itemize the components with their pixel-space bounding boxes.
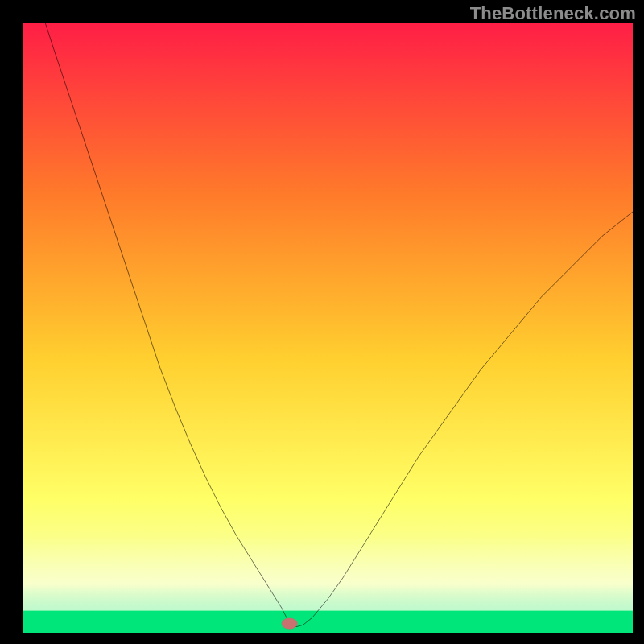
optimal-point-marker <box>282 618 298 630</box>
watermark-text: TheBottleneck.com <box>470 3 636 24</box>
chart-frame: TheBottleneck.com <box>0 0 644 644</box>
bottleneck-chart <box>23 23 633 633</box>
green-band <box>23 611 633 633</box>
